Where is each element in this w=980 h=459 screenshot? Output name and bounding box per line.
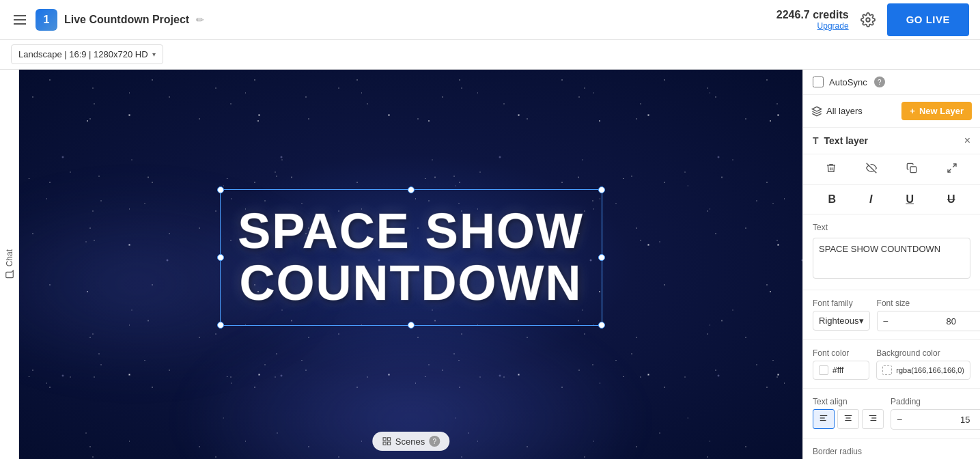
layer-action-toolbar [803, 154, 980, 185]
handle-bottom-left[interactable] [217, 322, 224, 329]
font-family-group: Font family Righteous ▾ [813, 298, 870, 331]
autosync-help-icon[interactable]: ? [874, 76, 885, 87]
go-live-button[interactable]: GO LIVE [887, 3, 969, 36]
svg-point-0 [866, 18, 870, 22]
font-color-label: Font color [813, 348, 869, 358]
delete-layer-button[interactable] [820, 160, 842, 179]
header: 1 Live Countdown Project ✏ 2246.7 credit… [0, 0, 980, 40]
chevron-down-icon: ▾ [152, 51, 156, 58]
underline-button[interactable]: U [899, 191, 921, 208]
bg-color-swatch [882, 365, 892, 375]
right-panel: AutoSync ? All layers + New Layer T Text… [802, 70, 980, 459]
scenes-bar[interactable]: Scenes ? [372, 432, 449, 451]
close-panel-button[interactable]: × [964, 135, 970, 147]
padding-label: Padding [891, 397, 980, 406]
padding-value[interactable] [908, 415, 980, 425]
resize-icon [947, 163, 957, 173]
menu-icon[interactable] [11, 12, 29, 27]
font-color-picker[interactable]: #fff [813, 361, 869, 380]
handle-top-mid[interactable] [408, 186, 415, 193]
text-layer-header: T Text layer × [803, 128, 980, 154]
font-size-decrease-button[interactable]: − [878, 311, 894, 331]
autosync-label: AutoSync [829, 77, 867, 87]
layers-icon [811, 106, 822, 117]
handle-top-left[interactable] [217, 186, 224, 193]
trash-icon [826, 163, 837, 173]
credits-section: 2246.7 credits Upgrade [776, 9, 849, 31]
text-align-buttons [813, 409, 884, 429]
bg-color-picker[interactable]: rgba(166,166,166,0) [876, 361, 970, 380]
scenes-help-icon[interactable]: ? [429, 436, 440, 447]
align-right-button[interactable] [862, 409, 884, 429]
settings-icon[interactable] [857, 9, 879, 31]
canvas-background: SPACE SHOW COUNTDOWN Scenes ? [19, 70, 802, 459]
header-right: 2246.7 credits Upgrade GO LIVE [776, 3, 969, 36]
align-padding-section: Text align Padding [803, 389, 980, 439]
text-selection-box[interactable] [220, 189, 602, 326]
align-left-button[interactable] [813, 409, 835, 429]
svg-rect-7 [910, 167, 916, 173]
main-layout: Chat SPACE SHOW COUNTDOWN [0, 70, 980, 459]
handle-top-right[interactable] [598, 186, 605, 193]
font-family-label: Font family [813, 298, 870, 308]
font-section: Font family Righteous ▾ Font size − + [803, 290, 980, 340]
header-left: 1 Live Countdown Project ✏ [11, 9, 204, 31]
toolbar-row: Landscape | 16:9 | 1280x720 HD ▾ [0, 40, 980, 70]
svg-rect-2 [387, 438, 390, 441]
text-align-group: Text align [813, 397, 884, 430]
scenes-icon [382, 436, 391, 446]
svg-rect-1 [383, 438, 386, 441]
text-content-input[interactable] [813, 238, 970, 279]
all-layers-button[interactable]: All layers [811, 106, 863, 117]
handle-bottom-mid[interactable] [408, 322, 415, 329]
font-size-label: Font size [877, 298, 980, 308]
font-color-group: Font color #fff [813, 348, 869, 380]
handle-bottom-right[interactable] [598, 322, 605, 329]
bg-color-group: Background color rgba(166,166,166,0) [876, 348, 970, 380]
app-logo: 1 [36, 9, 57, 31]
padding-decrease-button[interactable]: − [891, 410, 908, 429]
bold-button[interactable]: B [821, 191, 843, 208]
font-chevron-icon: ▾ [859, 316, 864, 326]
edit-project-icon[interactable]: ✏ [196, 14, 204, 25]
font-color-swatch [819, 365, 828, 375]
bg-color-label: Background color [876, 348, 970, 358]
font-size-group: Font size − + [877, 298, 980, 331]
handle-mid-left[interactable] [217, 254, 224, 261]
canvas-area: SPACE SHOW COUNTDOWN Scenes ? [19, 70, 802, 459]
credits-amount: 2246.7 credits [776, 9, 849, 21]
italic-button[interactable]: I [863, 191, 879, 208]
eye-off-icon [866, 163, 877, 173]
svg-line-8 [953, 164, 956, 167]
font-size-value[interactable] [894, 316, 980, 326]
new-layer-button[interactable]: + New Layer [901, 102, 972, 120]
upgrade-link[interactable]: Upgrade [776, 21, 849, 31]
duplicate-layer-button[interactable] [901, 160, 923, 179]
hide-layer-button[interactable] [860, 160, 882, 179]
svg-rect-3 [383, 442, 386, 445]
svg-rect-4 [387, 442, 390, 445]
formatting-toolbar: B I U U [803, 185, 980, 214]
handle-mid-right[interactable] [598, 254, 605, 261]
layers-toolbar: All layers + New Layer [803, 95, 980, 128]
text-section: Text [803, 214, 980, 290]
autosync-row: AutoSync ? [803, 70, 980, 95]
text-align-label: Text align [813, 397, 884, 406]
border-radius-label: Border radius [813, 447, 970, 456]
resize-layer-button[interactable] [941, 160, 963, 179]
padding-group: Padding − + [891, 397, 980, 430]
project-title: Live Countdown Project [64, 14, 189, 26]
text-layer-title: T Text layer [813, 135, 868, 146]
chat-label[interactable]: Chat [5, 249, 14, 279]
copy-icon [906, 163, 917, 173]
text-t-icon: T [813, 135, 819, 146]
dimension-select[interactable]: Landscape | 16:9 | 1280x720 HD ▾ [11, 44, 163, 64]
svg-line-9 [948, 169, 951, 172]
chat-sidebar[interactable]: Chat [0, 70, 19, 459]
font-family-select[interactable]: Righteous ▾ [813, 311, 870, 331]
padding-input: − + [891, 409, 980, 430]
strikethrough-button[interactable]: U [940, 191, 962, 208]
align-center-button[interactable] [837, 409, 859, 429]
autosync-checkbox[interactable] [813, 76, 824, 87]
svg-marker-5 [812, 107, 821, 111]
